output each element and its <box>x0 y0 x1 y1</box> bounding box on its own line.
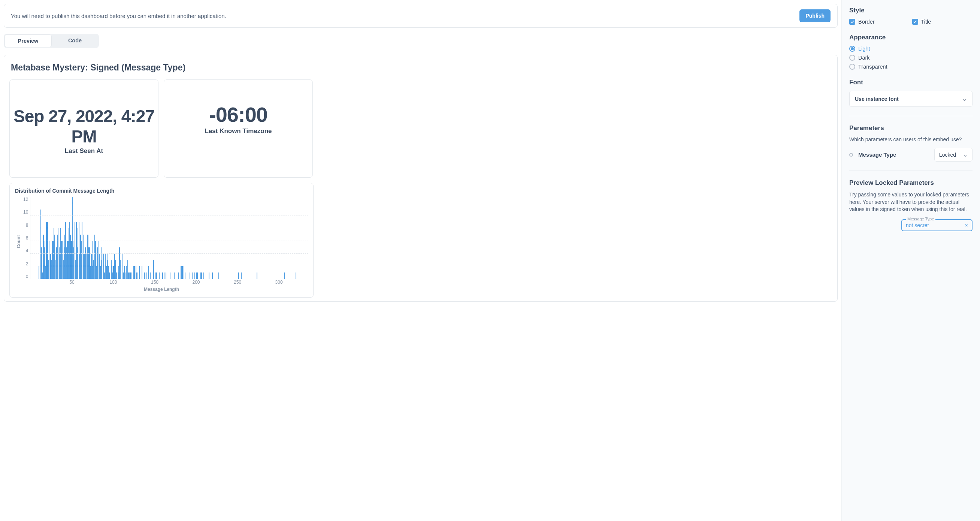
locked-param-label: Message Type <box>906 217 935 221</box>
bar <box>194 272 195 279</box>
bar <box>174 272 175 279</box>
bar <box>109 272 110 279</box>
bar <box>145 272 145 279</box>
bar <box>159 272 159 279</box>
light-label: Light <box>858 46 870 52</box>
tab-code[interactable]: Code <box>52 35 98 47</box>
tab-preview[interactable]: Preview <box>5 35 52 47</box>
main-content: You will need to publish this dashboard … <box>0 0 842 521</box>
bar <box>212 272 213 279</box>
last-seen-value: Sep 27, 2022, 4:27 PM <box>13 106 154 147</box>
param-state: Locked <box>939 152 956 158</box>
timezone-value: -06:00 <box>168 102 309 127</box>
y-tick: 0 <box>23 274 28 279</box>
y-axis-label: Count <box>15 197 21 287</box>
section-parameters: Parameters Which parameters can users of… <box>849 124 972 161</box>
card-timezone: -06:00 Last Known Timezone <box>164 80 313 178</box>
check-icon <box>849 19 855 25</box>
banner-text: You will need to publish this dashboard … <box>11 13 226 19</box>
dark-label: Dark <box>858 55 870 61</box>
bar <box>197 272 198 279</box>
section-appearance: Appearance Light Dark Transparent <box>849 34 972 70</box>
bar <box>142 266 142 279</box>
x-tick: 250 <box>234 280 241 285</box>
last-seen-label: Last Seen At <box>13 147 154 155</box>
bar <box>153 260 154 279</box>
appearance-title: Appearance <box>849 34 972 41</box>
x-tick: 300 <box>275 280 283 285</box>
chevron-down-icon: ⌄ <box>962 95 967 102</box>
x-tick: 150 <box>151 280 159 285</box>
close-icon[interactable]: × <box>965 222 968 228</box>
param-name: Message Type <box>858 151 896 158</box>
bar <box>150 272 151 279</box>
bar <box>165 272 166 279</box>
bar <box>139 266 140 279</box>
x-ticks: 50100150200250300 <box>30 280 308 285</box>
bar <box>170 272 170 279</box>
radio-dark[interactable]: Dark <box>849 55 972 61</box>
x-tick: 100 <box>110 280 117 285</box>
transparent-label: Transparent <box>858 64 888 70</box>
bar <box>137 272 138 279</box>
embed-tabs: Preview Code <box>4 34 99 48</box>
bar <box>126 266 127 279</box>
chart-title: Distribution of Commit Message Length <box>15 188 308 194</box>
y-ticks: 121086420 <box>21 197 30 287</box>
parameter-row: Message Type Locked ⌄ <box>849 148 972 161</box>
bar <box>238 272 239 279</box>
dashboard-title: Metabase Mystery: Signed (Message Type) <box>10 62 832 73</box>
bar <box>296 272 296 279</box>
parameters-title: Parameters <box>849 124 972 132</box>
section-style: Style Border Title <box>849 7 972 25</box>
bar <box>134 266 135 279</box>
radio-icon <box>849 55 855 61</box>
bar <box>182 266 183 279</box>
y-tick: 8 <box>23 223 28 228</box>
font-select[interactable]: Use instance font ⌄ <box>849 91 972 107</box>
bar <box>189 272 190 279</box>
checkbox-title[interactable]: Title <box>912 19 931 25</box>
param-radio-icon[interactable] <box>849 153 853 157</box>
checkbox-border[interactable]: Border <box>849 19 875 25</box>
chart-bars <box>30 197 308 279</box>
section-font: Font Use instance font ⌄ <box>849 79 972 107</box>
publish-banner: You will need to publish this dashboard … <box>4 4 838 28</box>
radio-icon <box>849 64 855 70</box>
chart-plot: 50100150200250300 <box>30 197 308 279</box>
style-title: Style <box>849 7 972 14</box>
bar <box>148 266 149 279</box>
bar <box>208 272 209 279</box>
locked-param-input[interactable]: Message Type not secret × <box>901 219 972 231</box>
scalar-cards-row: Sep 27, 2022, 4:27 PM Last Seen At -06:0… <box>10 80 832 178</box>
param-state-select[interactable]: Locked ⌄ <box>934 148 972 161</box>
bar <box>146 272 147 279</box>
bar <box>132 272 132 279</box>
chevron-down-icon: ⌄ <box>963 151 968 158</box>
y-tick: 4 <box>23 248 28 253</box>
y-tick: 12 <box>23 197 28 202</box>
section-preview-locked: Preview Locked Parameters Try passing so… <box>849 179 972 231</box>
bar <box>120 260 121 279</box>
bar <box>156 272 157 279</box>
x-tick: 50 <box>69 280 74 285</box>
radio-transparent[interactable]: Transparent <box>849 64 972 70</box>
bar <box>257 272 257 279</box>
chart-card: Distribution of Commit Message Length Co… <box>10 183 313 298</box>
radio-light[interactable]: Light <box>849 46 972 52</box>
preview-container: Metabase Mystery: Signed (Message Type) … <box>4 55 838 302</box>
divider <box>849 116 972 116</box>
bar <box>185 272 185 279</box>
bar <box>204 272 204 279</box>
bar <box>130 272 131 279</box>
chart-area: Count 121086420 50100150200250300 <box>15 197 308 287</box>
locked-param-value: not secret <box>906 222 929 228</box>
font-title: Font <box>849 79 972 86</box>
y-tick: 10 <box>23 210 28 215</box>
publish-button[interactable]: Publish <box>799 10 830 22</box>
bar <box>178 272 179 279</box>
bar <box>38 266 39 279</box>
bar <box>49 241 49 279</box>
bar <box>162 272 163 279</box>
bar <box>164 272 164 279</box>
